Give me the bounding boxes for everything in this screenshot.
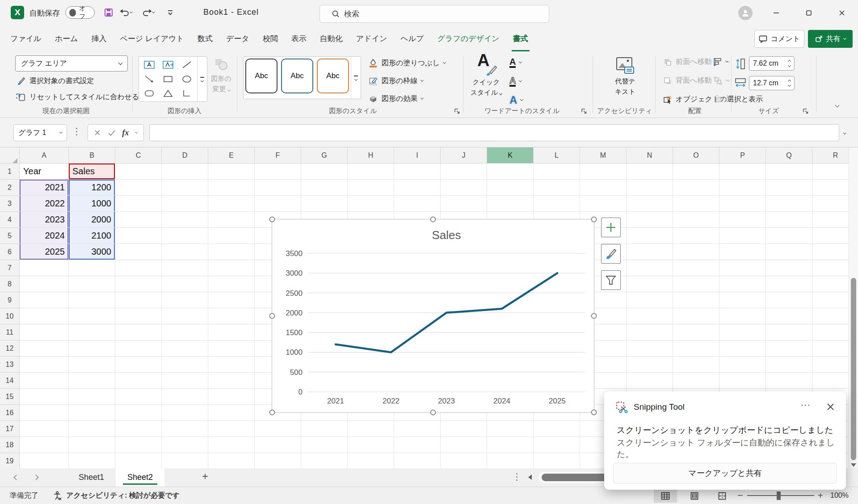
avatar[interactable] [738,6,753,20]
row-header-5[interactable]: 5 [0,228,20,244]
cell-O10[interactable] [673,308,719,324]
cell-K17[interactable] [487,421,534,437]
cell-F2[interactable] [255,180,301,196]
ribbon-tab-データ[interactable]: データ [219,25,256,53]
cell-Q5[interactable] [766,228,812,244]
cell-I3[interactable] [394,196,441,212]
cell-I18[interactable] [394,437,441,453]
cell-B3[interactable]: 1000 [69,196,115,212]
chart-area[interactable]: Sales05001000150020002500300035002021202… [272,219,594,413]
cell-F3[interactable] [255,196,301,212]
cell-L2[interactable] [534,180,580,196]
minimize-button[interactable] [766,6,786,20]
cell-D19[interactable] [162,453,208,468]
shape-gallery[interactable] [139,56,207,102]
cell-A19[interactable] [20,453,69,468]
cell-D13[interactable] [162,357,208,373]
cell-L19[interactable] [534,453,580,468]
alt-text-button[interactable]: 代替テ キスト [601,56,650,96]
search-input[interactable]: 検索 [320,5,549,23]
ribbon-tab-ファイル[interactable]: ファイル [4,25,48,53]
cell-A8[interactable] [20,276,69,292]
scroll-down-arrow-icon[interactable] [851,463,856,467]
row-header-17[interactable]: 17 [0,421,20,437]
ribbon-tab-自動化[interactable]: 自動化 [313,25,349,53]
cell-N8[interactable] [627,276,673,292]
column-header-I[interactable]: I [394,147,441,164]
shape-fill-button[interactable]: 図形の塗りつぶし [368,58,446,68]
height-spinner[interactable] [788,60,791,67]
cell-Q11[interactable] [766,324,812,340]
cell-P8[interactable] [719,276,766,292]
ribbon-tab-ページ レイアウト[interactable]: ページ レイアウト [113,25,191,53]
width-spinner[interactable] [788,80,791,86]
quick-styles-button[interactable]: A クイック スタイル [468,56,504,97]
cell-C19[interactable] [115,453,162,468]
cell-R5[interactable] [812,228,849,244]
cell-A17[interactable] [20,421,69,437]
cell-J1[interactable] [441,164,487,180]
text-fill-button[interactable]: A [509,57,522,68]
cell-O1[interactable] [673,164,719,180]
cell-D15[interactable] [162,389,208,405]
cell-N7[interactable] [627,260,673,276]
cell-N1[interactable] [627,164,673,180]
cell-D6[interactable] [162,244,208,260]
shape-width-field[interactable]: 12.7 cm [749,76,795,90]
cell-P1[interactable] [719,164,766,180]
cell-K18[interactable] [487,437,534,453]
formula-input[interactable] [149,124,839,141]
triangle-shape-icon[interactable] [159,86,177,101]
cell-H17[interactable] [348,421,394,437]
shape-style-sample-3[interactable]: Abc [317,59,349,93]
cell-R7[interactable] [812,260,849,276]
customize-quick-access-button[interactable] [164,6,177,19]
cell-D4[interactable] [162,212,208,228]
sheet-tab-Sheet2[interactable]: Sheet2 [116,468,164,487]
zoom-slider-thumb[interactable] [777,491,781,500]
cell-B17[interactable] [69,421,115,437]
cell-R10[interactable] [812,308,849,324]
column-header-K[interactable]: K [487,147,534,164]
chart-resize-handle[interactable] [591,313,597,319]
column-header-N[interactable]: N [627,147,673,164]
row-header-14[interactable]: 14 [0,373,20,389]
cell-L1[interactable] [534,164,580,180]
cell-N6[interactable] [627,244,673,260]
cell-H1[interactable] [348,164,394,180]
ribbon-tab-書式[interactable]: 書式 [506,25,535,53]
cell-Q7[interactable] [766,260,812,276]
cell-R3[interactable] [812,196,849,212]
cell-G17[interactable] [301,421,348,437]
cell-O2[interactable] [673,180,719,196]
chart-resize-handle[interactable] [269,313,275,319]
cell-G2[interactable] [301,180,348,196]
cell-M1[interactable] [580,164,627,180]
cell-I2[interactable] [394,180,441,196]
cell-G1[interactable] [301,164,348,180]
prev-sheet-button[interactable] [13,475,19,480]
cell-A2[interactable]: 2021 [20,180,69,196]
row-header-8[interactable]: 8 [0,276,20,292]
cell-P2[interactable] [719,180,766,196]
cell-A11[interactable] [20,324,69,340]
cell-O5[interactable] [673,228,719,244]
cell-Q10[interactable] [766,308,812,324]
row-header-11[interactable]: 11 [0,324,20,340]
column-header-F[interactable]: F [255,147,301,164]
cell-D8[interactable] [162,276,208,292]
cell-Q2[interactable] [766,180,812,196]
cell-D12[interactable] [162,340,208,357]
cell-E3[interactable] [208,196,255,212]
cell-B14[interactable] [69,373,115,389]
column-header-H[interactable]: H [348,147,394,164]
cell-J2[interactable] [441,180,487,196]
chart-elements-button[interactable] [601,218,621,237]
shape-style-sample-1[interactable]: Abc [245,59,278,93]
cell-F1[interactable] [255,164,301,180]
cell-B18[interactable] [69,437,115,453]
align-objects-button[interactable] [713,57,728,66]
cell-D17[interactable] [162,421,208,437]
ribbon-tab-挿入[interactable]: 挿入 [84,25,113,53]
save-button[interactable] [102,6,115,19]
